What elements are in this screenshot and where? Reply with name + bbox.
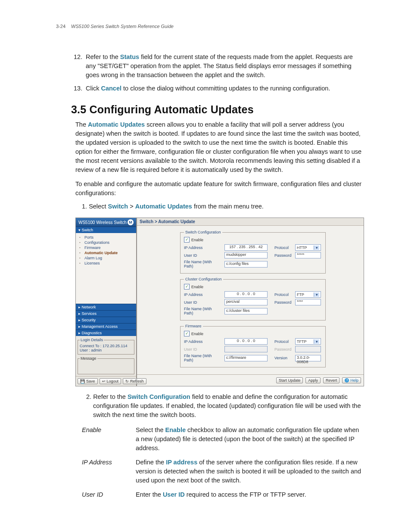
login-details: Login Details Connect To : 172.20.25.114… bbox=[78, 338, 134, 355]
version-input[interactable]: 3.0.2.0-008D8 bbox=[295, 355, 321, 361]
logout-icon: ↩ bbox=[102, 379, 106, 383]
section-heading: 3.5 Configuring Automatic Updates bbox=[71, 103, 364, 116]
group-firmware: Firmware ✓Enable IP Address 0 . 0 . 0 . … bbox=[180, 324, 326, 367]
enable-checkbox[interactable]: ✓ bbox=[184, 237, 190, 243]
tree-ports[interactable]: Ports bbox=[78, 235, 134, 240]
ip-input[interactable]: 0 . 0 . 0 . 0 bbox=[224, 338, 268, 345]
userid-input[interactable]: percival bbox=[224, 299, 268, 305]
sidebar-toolbar: 💾Save ↩Logout ↻Refresh bbox=[76, 376, 136, 386]
doc-title: WS5100 Series Switch System Reference Gu… bbox=[71, 24, 174, 29]
save-icon: 💾 bbox=[80, 379, 85, 383]
definition-table: Enable Select the Enable checkbox to all… bbox=[82, 426, 364, 499]
filename-input[interactable]: c:/config files bbox=[224, 261, 268, 268]
chevron-down-icon: ▾ bbox=[314, 246, 319, 250]
tree-firmware[interactable]: Firmware bbox=[78, 245, 134, 250]
apply-button[interactable]: Apply bbox=[305, 377, 321, 383]
list-number: 12. bbox=[74, 53, 82, 62]
accordion-network[interactable]: ▸ Network bbox=[76, 304, 136, 310]
breadcrumb: Switch > Automatic Update bbox=[137, 218, 364, 226]
app-window: WS5100 Wireless Switch M ▾ Switch Ports … bbox=[75, 218, 364, 386]
group-switch-configuration: Switch Configuration ✓Enable IP Address … bbox=[180, 230, 326, 274]
protocol-select[interactable]: TFTP▾ bbox=[295, 338, 321, 345]
cancel-keyword: Cancel bbox=[101, 85, 121, 92]
help-button[interactable]: ?Help bbox=[342, 377, 361, 383]
userid-input[interactable]: mudskipper bbox=[224, 252, 268, 258]
list-item-13: 13. Click Cancel to close the dialog wit… bbox=[80, 84, 364, 93]
message-box: Message bbox=[78, 356, 134, 374]
status-keyword: Status bbox=[120, 53, 139, 60]
save-button[interactable]: 💾Save bbox=[78, 378, 98, 384]
ip-input[interactable]: 0 . 0 . 0 . 0 bbox=[224, 291, 268, 298]
page-number: 3-24 bbox=[56, 24, 65, 29]
accordion-switch[interactable]: ▾ Switch bbox=[76, 227, 136, 233]
enable-checkbox[interactable]: ✓ bbox=[184, 284, 190, 289]
main-panel: Switch > Automatic Update Switch Configu… bbox=[137, 218, 364, 386]
refresh-icon: ↻ bbox=[125, 379, 129, 383]
sidebar: WS5100 Wireless Switch M ▾ Switch Ports … bbox=[76, 218, 137, 386]
revert-button[interactable]: Revert bbox=[323, 377, 340, 383]
chevron-down-icon: ▾ bbox=[314, 292, 319, 297]
filename-input[interactable]: c://firmware bbox=[224, 355, 268, 361]
tree-configurations[interactable]: Configurations bbox=[78, 240, 134, 245]
accordion-security[interactable]: ▸ Security bbox=[76, 317, 136, 323]
main-toolbar: Start Update Apply Revert ?Help bbox=[137, 374, 364, 386]
page-header: 3-24 WS5100 Series Switch System Referen… bbox=[56, 24, 364, 29]
protocol-select[interactable]: HTTP▾ bbox=[295, 244, 321, 251]
list-item-12: 12. Refer to the Status field for the cu… bbox=[80, 53, 364, 80]
def-row-ip: IP Address Define the IP address of the … bbox=[82, 458, 364, 485]
userid-input bbox=[224, 346, 268, 352]
tree-licenses[interactable]: Licenses bbox=[78, 261, 134, 266]
group-cluster-configuration: Cluster Configuration ✓Enable IP Address… bbox=[180, 277, 326, 320]
intro-para-2: To enable and configure the automatic up… bbox=[75, 180, 364, 198]
tree-automatic-update[interactable]: Automatic Update bbox=[78, 250, 134, 255]
motorola-icon: M bbox=[128, 219, 134, 225]
def-row-userid: User ID Enter the User ID required to ac… bbox=[82, 490, 364, 499]
accordion-management-access[interactable]: ▸ Management Access bbox=[76, 323, 136, 330]
chevron-down-icon: ▾ bbox=[314, 339, 319, 344]
accordion-services[interactable]: ▸ Services bbox=[76, 310, 136, 317]
password-input bbox=[295, 346, 321, 352]
logout-button[interactable]: ↩Logout bbox=[100, 378, 121, 384]
enable-checkbox[interactable]: ✓ bbox=[184, 331, 190, 336]
protocol-select[interactable]: FTP▾ bbox=[295, 291, 321, 298]
step-1: 1. Select Switch > Automatic Updates fro… bbox=[82, 203, 364, 210]
tree-alarm-log[interactable]: Alarm Log bbox=[78, 255, 134, 261]
help-icon: ? bbox=[345, 378, 349, 383]
connect-ip: 172.20.25.114 bbox=[103, 344, 128, 348]
nav-tree: Ports Configurations Firmware Automatic … bbox=[76, 233, 136, 304]
password-input[interactable]: **** bbox=[295, 299, 321, 305]
sidebar-title: WS5100 Wireless Switch M bbox=[76, 218, 136, 227]
intro-para-1: The Automatic Updates screen allows you … bbox=[75, 120, 364, 174]
password-input[interactable]: ***** bbox=[295, 252, 321, 258]
def-row-enable: Enable Select the Enable checkbox to all… bbox=[82, 426, 364, 453]
step-2: 2. Refer to the Switch Configuration fie… bbox=[86, 392, 364, 420]
list-number: 13. bbox=[74, 84, 82, 93]
start-update-button[interactable]: Start Update bbox=[276, 377, 303, 383]
accordion-diagnostics[interactable]: ▸ Diagnostics bbox=[76, 330, 136, 336]
ip-input[interactable]: 157 . 235 . 255 . 42 bbox=[224, 244, 268, 251]
auto-updates-keyword: Automatic Updates bbox=[88, 121, 145, 128]
filename-input[interactable]: c:/cluster files bbox=[224, 308, 268, 314]
login-user: admin bbox=[91, 348, 102, 352]
